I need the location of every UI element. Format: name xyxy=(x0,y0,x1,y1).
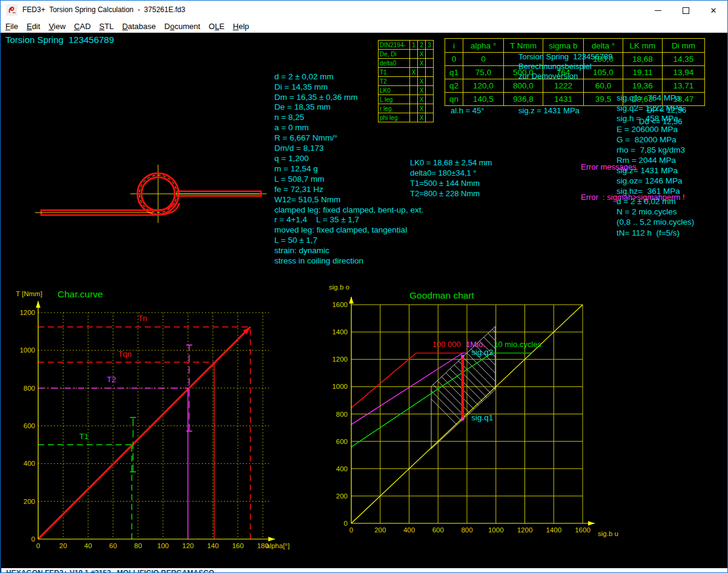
title-bar: FED3+ Torsion Spring Calculation - 37526… xyxy=(1,1,727,19)
parameter-line: L = 50 ± 1,7 xyxy=(274,236,423,246)
din2194-row: r leg X xyxy=(379,104,434,113)
value-line: sig.h = 458 MPa xyxy=(617,113,694,124)
svg-text:400: 400 xyxy=(336,465,348,472)
maximize-icon xyxy=(683,7,689,14)
svg-text:100: 100 xyxy=(157,542,169,549)
svg-text:100 000: 100 000 xyxy=(432,340,461,349)
value-line: sig.oz= 1246 MPa xyxy=(617,176,694,186)
main-canvas: Torsion Spring 123456789 d = 2 ± 0,02 mm… xyxy=(1,33,727,568)
svg-text:alpha[°]: alpha[°] xyxy=(266,542,290,549)
din2194-header-row: DIN2194- 1 2 3 xyxy=(379,41,434,50)
svg-text:80: 80 xyxy=(134,542,142,549)
svg-text:1000: 1000 xyxy=(488,526,504,534)
svg-text:T [Nmm]: T [Nmm] xyxy=(16,290,42,297)
menu-item[interactable]: Database xyxy=(118,22,160,31)
svg-text:1200: 1200 xyxy=(19,309,35,316)
svg-text:1400: 1400 xyxy=(546,526,561,534)
svg-text:0: 0 xyxy=(31,535,35,543)
parameter-line: strain: dynamic xyxy=(274,246,423,256)
close-icon: ✕ xyxy=(710,6,717,15)
parameter-line: W12= 510,5 Nmm xyxy=(274,195,423,205)
value-line: tN= 112 h (f=5/s) xyxy=(617,228,694,238)
menu-item[interactable]: Edit xyxy=(22,22,44,31)
sigz-value: sig.z = 1431 MPa xyxy=(518,106,580,115)
alh-value: al.h = 45° xyxy=(451,106,484,115)
svg-text:400: 400 xyxy=(24,460,35,467)
value-line: sig.q1= 764 MPa xyxy=(617,93,694,103)
din2194-row: T2 X xyxy=(379,77,434,86)
din2194-row: LK0 X xyxy=(379,86,434,95)
parameter-line: a = 0 mm xyxy=(274,123,423,133)
svg-text:1600: 1600 xyxy=(575,526,591,534)
svg-text:800: 800 xyxy=(336,411,348,418)
annotation-line: Berechnungsbeispiel xyxy=(518,62,612,71)
value-line: d = 2 ± 0,02 mm xyxy=(617,196,694,207)
svg-text:600: 600 xyxy=(432,526,444,534)
value-line: sig.z= 1431 MPa xyxy=(617,165,694,176)
svg-text:1600: 1600 xyxy=(332,301,348,308)
svg-text:1000: 1000 xyxy=(332,383,348,390)
tolerance-block: LK0 = 18,68 ± 2,54 mmdelta0= 180±34,1 °T… xyxy=(410,128,492,199)
svg-text:T1: T1 xyxy=(79,432,88,441)
app-icon xyxy=(6,4,18,16)
svg-text:1200: 1200 xyxy=(332,356,348,363)
window-title: FED3+ Torsion Spring Calculation - 37526… xyxy=(22,5,185,14)
parameter-line: r = 4+1,4 L = 35 ± 1,7 xyxy=(274,215,423,225)
char-curve-chart: TnTqnT2T10200400600800100012000204060801… xyxy=(7,278,286,563)
tolerance-line: T2=800 ± 228 Nmm xyxy=(410,189,492,199)
svg-text:800: 800 xyxy=(24,385,35,392)
tolerance-line: LK0 = 18,68 ± 2,54 mm xyxy=(410,158,492,168)
value-line: E = 206000 MPa xyxy=(617,124,694,134)
svg-text:1400: 1400 xyxy=(332,328,348,336)
svg-text:120: 120 xyxy=(182,542,194,549)
svg-text:200: 200 xyxy=(374,526,386,534)
din2194-row: T1 X xyxy=(379,68,434,77)
svg-text:200: 200 xyxy=(336,492,348,500)
din2194-table: DIN2194- 1 2 3 De, Di X delta0 xyxy=(378,40,434,122)
parameter-line: m = 12,54 g xyxy=(274,164,423,174)
app-window: FED3+ Torsion Spring Calculation - 37526… xyxy=(0,0,728,573)
annotation-line: Torsion Spring 123456789 xyxy=(518,52,612,62)
svg-text:0: 0 xyxy=(344,520,348,527)
svg-text:40: 40 xyxy=(84,542,92,549)
menu-bar: File Edit View CAD STL Database Document… xyxy=(1,19,727,33)
svg-text:Goodman chart: Goodman chart xyxy=(409,290,475,300)
svg-text:60: 60 xyxy=(109,542,117,549)
svg-text:140: 140 xyxy=(207,542,219,549)
parameter-line: R = 6,667 Nmm/° xyxy=(274,133,423,144)
value-line: sig.q2= 1222 MPa xyxy=(617,103,694,113)
svg-text:400: 400 xyxy=(403,526,415,534)
svg-text:10 mio.cycles: 10 mio.cycles xyxy=(494,340,541,349)
din2194-row: L leg X xyxy=(379,95,434,104)
menu-item[interactable]: STL xyxy=(95,22,118,31)
svg-text:sig.b o: sig.b o xyxy=(329,283,349,291)
menu-item[interactable]: OLE xyxy=(205,22,229,31)
svg-text:0: 0 xyxy=(36,542,40,549)
menu-item[interactable]: View xyxy=(44,22,70,31)
menu-item[interactable]: Help xyxy=(229,22,254,31)
menu-item[interactable]: File xyxy=(1,22,22,31)
parameter-line: stress in coiling direction xyxy=(274,256,423,267)
svg-text:Tqn: Tqn xyxy=(118,349,131,359)
parameter-line: Dm/d = 8,173 xyxy=(274,144,423,154)
goodman-annotation: Torsion Spring 123456789Berechnungsbeisp… xyxy=(518,23,612,81)
svg-text:Char.curve: Char.curve xyxy=(58,289,103,299)
svg-text:sig.q1: sig.q1 xyxy=(471,413,493,422)
parameter-line: fe = 72,31 Hz xyxy=(274,185,423,195)
svg-text:sig.q2: sig.q2 xyxy=(471,348,493,357)
minimize-icon xyxy=(655,10,661,11)
parameter-line: q = 1,200 xyxy=(274,154,423,164)
menu-item[interactable]: Document xyxy=(160,22,204,31)
svg-text:20: 20 xyxy=(59,542,67,549)
tolerance-line: delta0= 180±34,1 ° xyxy=(410,168,492,179)
close-button[interactable]: ✕ xyxy=(700,1,727,19)
tolerance-line: T1=500 ± 144 Nmm xyxy=(410,179,492,189)
maximize-button[interactable] xyxy=(672,1,700,19)
minimize-button[interactable] xyxy=(644,1,672,19)
menu-item[interactable]: CAD xyxy=(70,22,94,31)
svg-text:800: 800 xyxy=(461,526,472,534)
torsion-spring-drawing xyxy=(25,124,280,205)
value-line: Rm = 2044 MPa xyxy=(617,155,694,165)
parameter-line: L = 508,7 mm xyxy=(274,174,423,185)
svg-text:600: 600 xyxy=(336,438,348,445)
